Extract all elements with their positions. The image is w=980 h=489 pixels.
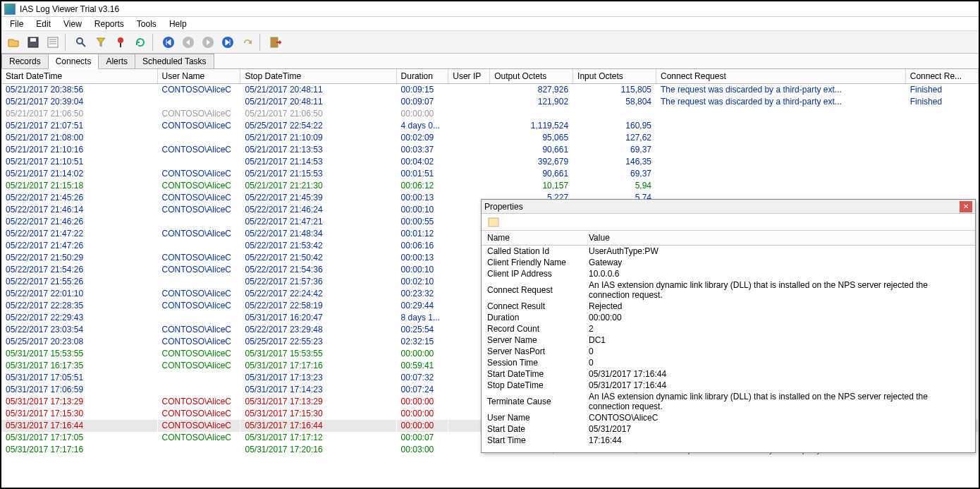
app-icon <box>4 4 16 15</box>
property-row[interactable]: Server NameDC1 <box>482 334 975 346</box>
property-row[interactable]: Client IP Address10.0.0.6 <box>482 268 975 279</box>
column-header[interactable]: User IP <box>448 69 490 84</box>
properties-col-name[interactable]: Name <box>482 231 583 245</box>
properties-titlebar[interactable]: Properties ✕ <box>482 200 975 214</box>
refresh-icon[interactable] <box>131 33 149 52</box>
table-row[interactable]: 05/21/2017 20:38:56CONTOSO\AliceC05/21/2… <box>1 84 979 96</box>
properties-body[interactable]: Name Value Called Station IdUserAuthType… <box>482 231 975 454</box>
list-icon[interactable] <box>44 33 62 52</box>
tab-scheduled-tasks[interactable]: Scheduled Tasks <box>135 54 214 68</box>
table-row[interactable]: 05/21/2017 21:15:18CONTOSO\AliceC05/21/2… <box>1 180 979 192</box>
properties-toolbar <box>482 214 975 231</box>
property-row[interactable]: Stop DateTime05/31/2017 17:16:44 <box>482 380 975 391</box>
property-row[interactable]: Start Time17:16:44 <box>482 435 975 446</box>
properties-categorize-icon[interactable] <box>484 213 503 231</box>
search-icon[interactable] <box>72 33 90 52</box>
save-icon[interactable] <box>24 33 42 52</box>
table-row[interactable]: 05/21/2017 20:39:0405/21/2017 20:48:1100… <box>1 96 979 108</box>
tab-alerts[interactable]: Alerts <box>98 54 135 68</box>
properties-panel[interactable]: Properties ✕ Name Value Called Station I… <box>481 199 976 453</box>
property-row[interactable]: Connect RequestAn IAS extension dynamic … <box>482 279 975 301</box>
svg-line-7 <box>82 43 85 47</box>
table-row[interactable]: 05/21/2017 21:10:16CONTOSO\AliceC05/21/2… <box>1 144 979 156</box>
column-header[interactable]: Start DateTime <box>1 69 157 84</box>
column-header[interactable]: Input Octets <box>573 69 656 84</box>
property-row[interactable]: Start Date05/31/2017 <box>482 423 975 435</box>
svg-rect-2 <box>48 37 58 47</box>
menu-edit[interactable]: Edit <box>30 18 56 30</box>
menu-help[interactable]: Help <box>164 18 192 30</box>
tab-records[interactable]: Records <box>1 54 49 68</box>
redo-icon[interactable] <box>238 33 257 52</box>
table-row[interactable]: 05/21/2017 21:07:51CONTOSO\AliceC05/25/2… <box>1 120 979 132</box>
nav-next-icon[interactable] <box>199 33 217 52</box>
menu-file[interactable]: File <box>4 18 29 30</box>
titlebar: IAS Log Viewer Trial v3.16 <box>1 1 979 17</box>
table-row[interactable]: 05/21/2017 21:10:5105/21/2017 21:14:5300… <box>1 156 979 168</box>
column-header[interactable]: Output Octets <box>490 69 573 84</box>
properties-title: Properties <box>484 202 523 212</box>
column-header[interactable]: Stop DateTime <box>240 69 396 84</box>
table-row[interactable]: 05/21/2017 21:08:0005/21/2017 21:10:0900… <box>1 132 979 144</box>
column-header[interactable]: Duration <box>396 69 448 84</box>
properties-grid: Name Value Called Station IdUserAuthType… <box>482 231 975 446</box>
tab-connects[interactable]: Connects <box>48 54 99 69</box>
table-row[interactable]: 05/21/2017 21:06:50CONTOSO\AliceC05/21/2… <box>1 108 979 120</box>
svg-point-8 <box>118 37 123 43</box>
grid-wrap: Start DateTimeUser NameStop DateTimeDura… <box>1 69 979 488</box>
property-row[interactable]: Session Time0 <box>482 357 975 368</box>
svg-rect-1 <box>30 38 36 42</box>
toolbar <box>1 31 979 54</box>
menu-view[interactable]: View <box>58 18 87 30</box>
window-title: IAS Log Viewer Trial v3.16 <box>20 4 119 14</box>
menu-tools[interactable]: Tools <box>131 18 162 30</box>
pin-icon[interactable] <box>111 33 130 52</box>
nav-prev-icon[interactable] <box>179 33 197 52</box>
column-header[interactable]: User Name <box>157 69 240 84</box>
nav-first-icon[interactable] <box>159 33 178 52</box>
property-row[interactable]: Terminate CauseAn IAS extension dynamic … <box>482 391 975 412</box>
properties-col-value[interactable]: Value <box>583 231 975 245</box>
property-row[interactable]: Start DateTime05/31/2017 17:16:44 <box>482 368 975 380</box>
column-header[interactable]: Connect Re... <box>905 69 978 84</box>
property-row[interactable]: Record Count2 <box>482 323 975 334</box>
nav-last-icon[interactable] <box>219 33 237 52</box>
property-row[interactable]: Connect ResultRejected <box>482 301 975 312</box>
close-icon[interactable]: ✕ <box>960 201 972 212</box>
svg-point-6 <box>77 38 82 44</box>
property-row[interactable]: User NameCONTOSO\AliceC <box>482 412 975 423</box>
column-header[interactable]: Connect Request <box>656 69 906 84</box>
filter-icon[interactable] <box>92 33 110 52</box>
property-row[interactable]: Client Friendly NameGateway <box>482 257 975 268</box>
property-row[interactable]: Called Station IdUserAuthType:PW <box>482 245 975 257</box>
menu-reports[interactable]: Reports <box>89 18 130 30</box>
property-row[interactable]: Duration00:00:00 <box>482 312 975 323</box>
table-row[interactable]: 05/21/2017 21:14:02CONTOSO\AliceC05/21/2… <box>1 168 979 180</box>
open-icon[interactable] <box>4 33 23 52</box>
menubar: File Edit View Reports Tools Help <box>1 17 979 31</box>
tabbar: Records Connects Alerts Scheduled Tasks <box>1 54 979 69</box>
svg-rect-15 <box>489 218 498 227</box>
property-row[interactable]: Server NasPort0 <box>482 346 975 357</box>
exit-icon[interactable] <box>267 33 285 52</box>
